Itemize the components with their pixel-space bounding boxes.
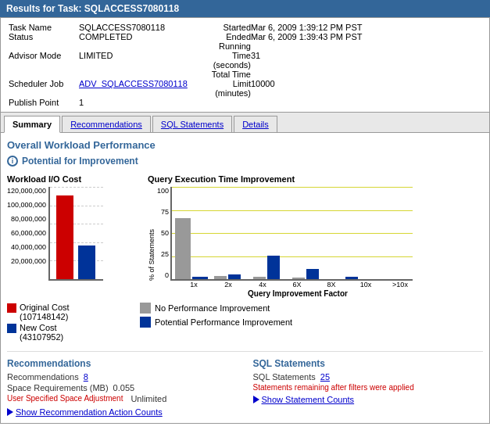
query-exec-label: Query Execution Time Improvement (148, 174, 483, 184)
recs-count-row: Recommendations 8 (7, 372, 238, 382)
scheduler-job-label: Scheduler Job (9, 70, 79, 98)
show-stmt-counts-link[interactable]: Show Statement Counts (253, 395, 484, 404)
bar-6x-blue (306, 269, 319, 279)
bar-6x-gray (292, 278, 305, 279)
stmts-count-row: SQL Statements 25 (253, 372, 484, 382)
stmts-label: SQL Statements (253, 372, 316, 382)
info-icon: i (7, 156, 18, 167)
legend-original: Original Cost (107148142) (7, 303, 124, 321)
show-rec-counts-link[interactable]: Show Recommendation Action Counts (7, 407, 238, 417)
right-chart-legend: No Performance Improvement Potential Per… (140, 303, 292, 343)
right-bar-chart-area (170, 187, 413, 281)
legend-potential: Potential Performance Improvement (140, 317, 292, 328)
legend-red-box (7, 303, 16, 313)
tab-sql-statements[interactable]: SQL Statements (152, 116, 232, 132)
status-value: COMPLETED (79, 32, 204, 41)
bar-1x-blue (192, 277, 208, 279)
total-time-value: 10000 (251, 70, 481, 98)
bar-8x-group (331, 277, 358, 279)
space-label: Space Requirements (MB) (7, 383, 109, 392)
legend-gray-box (140, 303, 151, 314)
recs-label: Recommendations (7, 372, 79, 382)
sql-statements-title: SQL Statements (253, 358, 484, 369)
window-title: Results for Task: SQLACCESS7080118 (0, 0, 490, 17)
sql-statements-section: SQL Statements SQL Statements 25 Stateme… (253, 358, 484, 417)
publish-point-value: 1 (79, 98, 204, 107)
stmts-remaining-text: Statements remaining after filters were … (253, 383, 484, 392)
legend-darkblue-box (140, 317, 151, 328)
overall-title: Overall Workload Performance (7, 139, 483, 151)
y-axis-title: % of Statements (148, 187, 156, 281)
x-axis-labels: 1x 2x 4x 6X 8X 10x >10x (177, 281, 419, 289)
task-name-value: SQLACCESS7080118 (79, 23, 204, 32)
recs-value[interactable]: 8 (84, 372, 88, 382)
scheduler-job-value[interactable]: ADV_SQLACCESS7080118 (79, 70, 204, 98)
bar-new (78, 246, 95, 279)
left-bar-chart-area (48, 187, 103, 281)
tabs-bar: Summary Recommendations SQL Statements D… (0, 113, 490, 133)
bar-2x-group (214, 274, 241, 279)
advisor-mode-value: LIMITED (79, 41, 204, 70)
query-exec-chart: Query Execution Time Improvement % of St… (148, 174, 483, 298)
bar-8x-blue (345, 277, 358, 279)
tab-summary[interactable]: Summary (4, 116, 60, 133)
play-icon-stmt (253, 396, 259, 403)
bar-1x-gray (175, 218, 191, 279)
stmts-value[interactable]: 25 (320, 372, 330, 382)
x-axis-title: Query Improvement Factor (177, 289, 419, 298)
bar-4x-group (253, 256, 280, 279)
total-time-label: Total Time Limit (minutes) (204, 70, 251, 98)
legend-row: Original Cost (107148142) New Cost (4310… (7, 303, 483, 343)
user-space-row: User Specified Space Adjustment Unlimite… (7, 394, 238, 406)
started-value: Mar 6, 2009 1:39:12 PM PST (251, 23, 481, 32)
started-label: Started (204, 23, 251, 32)
bar-2x-gray (214, 276, 227, 279)
publish-point-label: Publish Point (9, 98, 79, 107)
legend-no-improvement: No Performance Improvement (140, 303, 292, 314)
user-space-value: Unlimited (131, 394, 166, 406)
bar-original (56, 195, 73, 279)
task-name-label: Task Name (9, 23, 79, 32)
running-time-label: Running Time (seconds) (204, 41, 251, 70)
ended-value: Mar 6, 2009 1:39:43 PM PST (251, 32, 481, 41)
left-y-axis: 120,000,000 100,000,000 80,000,000 60,00… (7, 187, 46, 281)
space-row: Space Requirements (MB) 0.055 (7, 383, 238, 392)
bar-1x-group (175, 218, 208, 279)
play-icon-rec (7, 408, 13, 416)
running-time-value: 31 (251, 41, 481, 70)
bottom-section: Recommendations Recommendations 8 Space … (7, 351, 483, 417)
workload-io-label: Workload I/O Cost (7, 174, 140, 184)
bar-4x-blue (267, 256, 280, 279)
tab-details[interactable]: Details (234, 116, 277, 132)
legend-new: New Cost (43107952) (7, 323, 124, 342)
space-value: 0.055 (113, 383, 135, 392)
right-y-axis: 100 75 50 25 0 (157, 187, 169, 281)
bar-6x-group (292, 269, 319, 279)
main-content: Overall Workload Performance i Potential… (0, 133, 490, 424)
workload-io-chart: Workload I/O Cost 120,000,000 100,000,00… (7, 174, 140, 298)
status-label: Status (9, 32, 79, 41)
potential-header: i Potential for Improvement (7, 156, 483, 167)
tab-recommendations[interactable]: Recommendations (62, 116, 151, 132)
advisor-mode-label: Advisor Mode (9, 41, 79, 70)
ended-label: Ended (204, 32, 251, 41)
bar-2x-blue (228, 274, 241, 279)
bar-4x-gray (253, 277, 266, 279)
task-info-section: Task Name SQLACCESS7080118 Started Mar 6… (0, 17, 490, 113)
recommendations-section: Recommendations Recommendations 8 Space … (7, 358, 238, 417)
user-space-label: User Specified Space Adjustment (7, 394, 123, 403)
legend-blue-box (7, 324, 16, 333)
left-chart-legend: Original Cost (107148142) New Cost (4310… (7, 303, 124, 343)
charts-outer-row: Workload I/O Cost 120,000,000 100,000,00… (7, 174, 483, 298)
recommendations-title: Recommendations (7, 358, 238, 369)
